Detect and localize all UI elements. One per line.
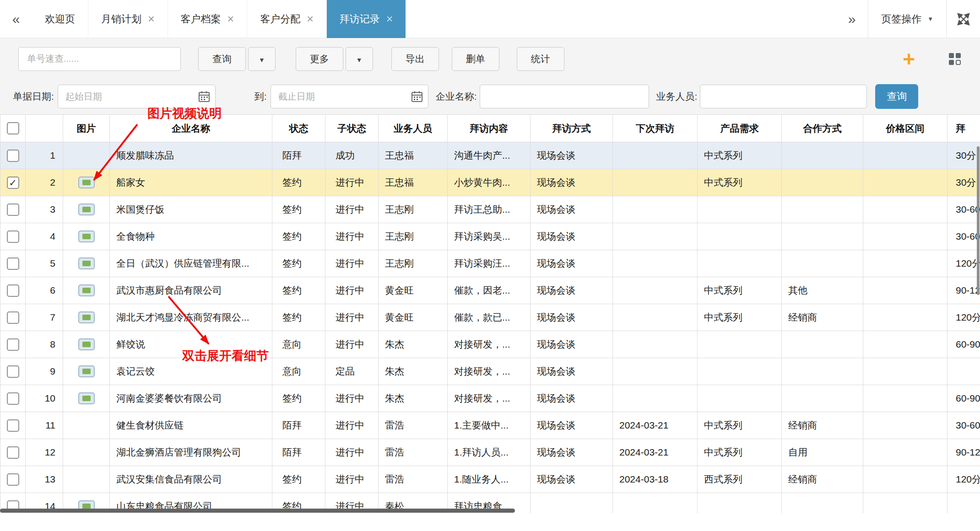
column-header[interactable]: 下次拜访 [613, 115, 698, 142]
tab-item[interactable]: 月销计划× [88, 0, 168, 38]
table-row[interactable]: 6武汉市惠厨食品有限公司签约进行中黄金旺催款，因老...现场会谈中式系列其他90… [0, 277, 980, 304]
row-checkbox[interactable] [7, 231, 19, 243]
tab-item[interactable]: 欢迎页 [32, 0, 88, 38]
table-row[interactable]: 3米国煲仔饭签约进行中王志刚拜访王总助...现场会谈30-60 [0, 196, 980, 223]
delete-button[interactable]: 删单 [452, 47, 499, 71]
column-header[interactable]: 拜访方式 [531, 115, 613, 142]
row-checkbox[interactable] [7, 150, 19, 162]
table-row[interactable]: 8鲜饺说意向进行中朱杰对接研发，...现场会谈60-90 [0, 331, 980, 358]
cell-product: 西式系列 [698, 466, 782, 493]
column-header[interactable]: 产品需求 [698, 115, 782, 142]
cell-duration: 120分 [948, 250, 980, 277]
company-name-input[interactable] [480, 85, 649, 108]
filter-query-button[interactable]: 查询 [875, 84, 918, 109]
cell-staff: 王志刚 [379, 223, 448, 250]
cell-product [698, 196, 782, 223]
image-thumbnail-icon[interactable] [78, 257, 95, 269]
column-header[interactable]: 拜访内容 [448, 115, 531, 142]
row-checkbox[interactable] [7, 392, 19, 405]
scroll-tabs-right-button[interactable]: » [836, 0, 868, 38]
calendar-icon[interactable] [411, 91, 423, 102]
cell-staff: 雷浩 [379, 466, 448, 493]
cell-duration: 30分 [948, 142, 980, 169]
row-checkbox[interactable]: ✓ [7, 177, 19, 189]
query-button[interactable]: 查询 [198, 47, 246, 71]
row-checkbox[interactable] [7, 446, 19, 459]
tab-close-icon[interactable]: × [148, 13, 155, 25]
row-checkbox[interactable] [7, 284, 19, 297]
table-row[interactable]: 1顺发腊味冻品陌拜成功王忠福沟通牛肉产...现场会谈中式系列30分 [0, 142, 980, 169]
row-number: 10 [26, 385, 63, 412]
stats-button[interactable]: 统计 [517, 47, 564, 71]
calendar-icon[interactable] [198, 91, 210, 102]
image-thumbnail-icon[interactable] [78, 392, 95, 404]
quick-search-input[interactable] [18, 47, 181, 71]
row-number: 6 [26, 277, 63, 304]
table-row[interactable]: 9袁记云饺意向定品朱杰对接研发，...现场会谈 [0, 358, 980, 385]
column-header[interactable]: 价格区间 [863, 115, 948, 142]
vertical-scrollbar[interactable] [977, 146, 980, 295]
tab-operations-button[interactable]: 页签操作 ▼ [868, 0, 946, 38]
column-header[interactable]: 图片 [63, 115, 110, 142]
column-header[interactable]: 子状态 [325, 115, 379, 142]
table-row[interactable]: 11健生食材供应链陌拜进行中雷浩1.主要做中...现场会谈2024-03-21中… [0, 412, 980, 439]
horizontal-scrollbar[interactable] [0, 509, 515, 513]
cell-sub-status: 进行中 [325, 439, 379, 466]
column-header[interactable]: 业务人员 [379, 115, 448, 142]
table-row[interactable]: 7湖北天才鸿显冷冻商贸有限公...签约进行中黄金旺催款，款已...现场会谈中式系… [0, 304, 980, 331]
row-checkbox[interactable] [7, 473, 19, 486]
image-thumbnail-icon[interactable] [78, 204, 95, 215]
cell-method: 现场会谈 [531, 142, 613, 169]
table-row[interactable]: ✓2船家女签约进行中王忠福小炒黄牛肉...现场会谈中式系列30分 [0, 169, 980, 196]
cell-staff: 朱杰 [379, 358, 448, 385]
scroll-tabs-left-button[interactable]: « [0, 0, 32, 38]
cell-company: 武汉市惠厨食品有限公司 [110, 277, 272, 304]
tab-close-icon[interactable]: × [307, 13, 314, 25]
image-thumbnail-icon[interactable] [78, 365, 95, 377]
row-checkbox[interactable] [7, 338, 19, 351]
tab-close-icon[interactable]: × [227, 13, 234, 25]
tab-active[interactable]: 拜访记录× [327, 0, 406, 38]
fullscreen-toggle-button[interactable] [946, 0, 980, 38]
table-row[interactable]: 5全日（武汉）供应链管理有限...签约进行中王志刚拜访采购汪...现场会谈120… [0, 250, 980, 277]
table-row[interactable]: 13武汉安集信食品有限公司签约进行中雷浩1.随业务人...现场会谈2024-03… [0, 466, 980, 493]
tab-item[interactable]: 客户分配× [247, 0, 327, 38]
row-checkbox[interactable] [7, 204, 19, 216]
row-checkbox[interactable] [7, 419, 19, 432]
image-thumbnail-icon[interactable] [78, 177, 95, 188]
cell-duration: 60-90 [948, 385, 980, 412]
add-button[interactable]: + [903, 48, 915, 70]
image-thumbnail-icon[interactable] [78, 311, 95, 323]
cell-method: 现场会谈 [531, 250, 613, 277]
cell-duration: 60-90 [948, 331, 980, 358]
table-row[interactable]: 4全食物种签约进行中王志刚拜访采购吴...现场会谈30-60 [0, 223, 980, 250]
layout-settings-button[interactable] [948, 52, 962, 66]
select-all-checkbox[interactable] [7, 122, 19, 134]
cell-duration: 30分 [948, 169, 980, 196]
query-button-group: 查询 ▼ [198, 47, 276, 71]
tab-item[interactable]: 客户档案× [168, 0, 248, 38]
row-checkbox[interactable] [7, 311, 19, 324]
row-checkbox[interactable] [7, 257, 19, 270]
table-row[interactable]: 12湖北金狮酒店管理有限狗公司陌拜进行中雷浩1.拜访人员...现场会谈2024-… [0, 439, 980, 466]
tab-close-icon[interactable]: × [386, 13, 393, 25]
row-number-header [26, 115, 63, 142]
more-dropdown-button[interactable]: ▼ [346, 47, 373, 71]
column-header[interactable]: 拜 [948, 115, 980, 142]
cell-duration: 30-60 [948, 412, 980, 439]
cell-method: 现场会谈 [531, 358, 613, 385]
row-checkbox[interactable] [7, 365, 19, 378]
to-label: 到: [254, 90, 267, 103]
image-thumbnail-icon[interactable] [78, 231, 95, 242]
cell-duration: 30-60 [948, 196, 980, 223]
export-button[interactable]: 导出 [391, 47, 439, 71]
table-row[interactable]: 10河南金婆婆餐饮有限公司签约进行中朱杰对接研发，...现场会谈60-90 [0, 385, 980, 412]
column-header[interactable]: 状态 [272, 115, 325, 142]
staff-input[interactable] [700, 85, 867, 108]
more-button[interactable]: 更多 [296, 47, 343, 71]
query-dropdown-button[interactable]: ▼ [248, 47, 276, 71]
column-header[interactable]: 合作方式 [782, 115, 863, 142]
image-thumbnail-icon[interactable] [78, 284, 95, 296]
end-date-input[interactable] [271, 85, 428, 108]
image-thumbnail-icon[interactable] [78, 338, 95, 350]
